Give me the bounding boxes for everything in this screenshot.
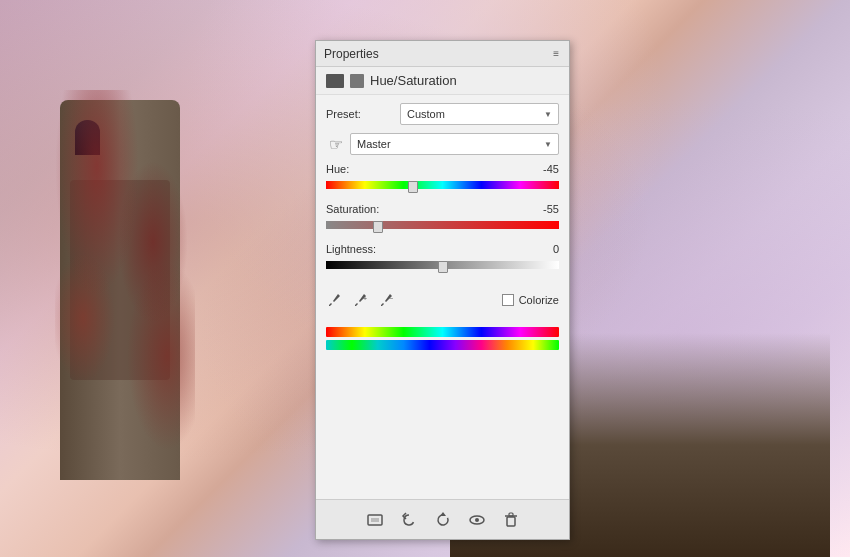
panel-header: Hue/Saturation: [316, 67, 569, 95]
clip-button[interactable]: [364, 509, 386, 531]
hue-value: -45: [529, 163, 559, 175]
saturation-slider-track-container[interactable]: [326, 217, 559, 233]
eyedropper-plus-tool[interactable]: +: [352, 291, 370, 309]
saturation-label: Saturation:: [326, 203, 379, 215]
vines: [55, 90, 195, 470]
panel-title: Properties: [324, 47, 379, 61]
hand-tool-icon[interactable]: ☞: [326, 134, 346, 154]
preset-dropdown[interactable]: Custom ▼: [400, 103, 559, 125]
lightness-slider-row: Lightness: 0: [326, 243, 559, 273]
channel-row: ☞ Master ▼: [326, 133, 559, 155]
svg-rect-7: [507, 517, 515, 526]
svg-marker-4: [440, 512, 446, 516]
adjustment-icon: [350, 74, 364, 88]
colorize-label: Colorize: [519, 294, 559, 306]
hue-track: [326, 181, 559, 189]
visibility-button[interactable]: [466, 509, 488, 531]
lightness-thumb[interactable]: [438, 261, 448, 273]
svg-text:+: +: [363, 295, 367, 302]
preset-row: Preset: Custom ▼: [326, 103, 559, 125]
panel-footer: [316, 499, 569, 539]
hue-spectrum-bar: [326, 327, 559, 337]
lightness-slider-track-container[interactable]: [326, 257, 559, 273]
hue-label: Hue:: [326, 163, 349, 175]
lightness-label: Lightness:: [326, 243, 376, 255]
svg-rect-3: [371, 518, 379, 522]
hue-thumb[interactable]: [408, 181, 418, 193]
saturation-slider-header: Saturation: -55: [326, 203, 559, 215]
eyedropper-tool[interactable]: [326, 291, 344, 309]
panel-controls: ≡: [551, 48, 561, 59]
tools-row: + −: [326, 291, 396, 309]
channel-dropdown[interactable]: Master ▼: [350, 133, 559, 155]
panel-titlebar: Properties ≡: [316, 41, 569, 67]
saturation-slider-row: Saturation: -55: [326, 203, 559, 233]
color-bars: [326, 327, 559, 350]
properties-panel: Properties ≡ Hue/Saturation Preset: Cust…: [315, 40, 570, 540]
channel-dropdown-arrow: ▼: [544, 140, 552, 149]
preset-value: Custom: [407, 108, 445, 120]
saturation-track: [326, 221, 559, 229]
svg-point-6: [475, 518, 479, 522]
panel-body: Preset: Custom ▼ ☞ Master ▼ Hue: -45: [316, 95, 569, 499]
delete-button[interactable]: [500, 509, 522, 531]
channel-value: Master: [357, 138, 391, 150]
svg-rect-9: [509, 513, 513, 516]
saturation-value: -55: [529, 203, 559, 215]
lightness-value: 0: [529, 243, 559, 255]
hue-slider-row: Hue: -45: [326, 163, 559, 193]
saturation-thumb[interactable]: [373, 221, 383, 233]
tools-colorize-row: + − Colorize: [326, 283, 559, 317]
lightness-slider-header: Lightness: 0: [326, 243, 559, 255]
hue-slider-header: Hue: -45: [326, 163, 559, 175]
reset-button[interactable]: [432, 509, 454, 531]
preset-label: Preset:: [326, 108, 396, 120]
result-spectrum-bar: [326, 340, 559, 350]
svg-text:−: −: [389, 295, 393, 302]
panel-menu-button[interactable]: ≡: [551, 48, 561, 59]
previous-state-button[interactable]: [398, 509, 420, 531]
colorize-checkbox[interactable]: [502, 294, 514, 306]
eyedropper-minus-tool[interactable]: −: [378, 291, 396, 309]
hue-slider-track-container[interactable]: [326, 177, 559, 193]
adjustment-title: Hue/Saturation: [370, 73, 457, 88]
preset-dropdown-arrow: ▼: [544, 110, 552, 119]
layer-icon: [326, 74, 344, 88]
colorize-row: Colorize: [502, 294, 559, 306]
